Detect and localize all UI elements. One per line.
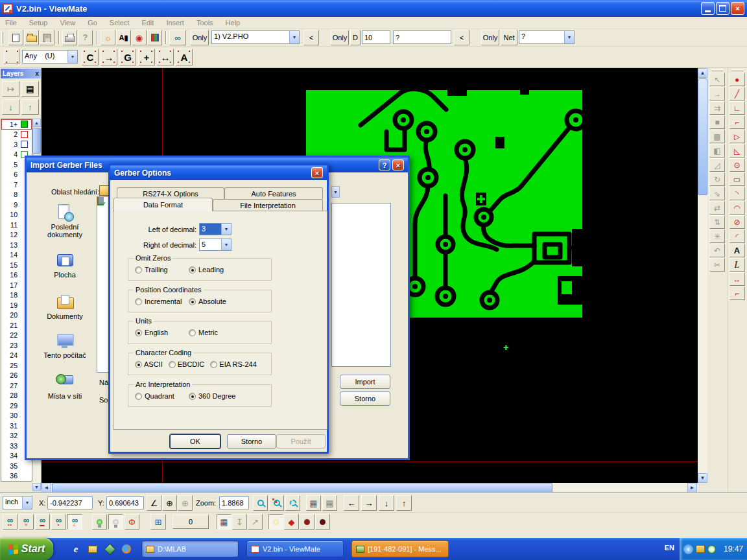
move-layer-up-button[interactable]: ↑ [21, 99, 39, 115]
layer-row[interactable]: 3 [1, 139, 32, 150]
move-item-tool-button[interactable]: → [709, 87, 725, 100]
bracket-tool-button[interactable]: ⌐ [729, 115, 745, 129]
pad-tool-button[interactable]: ● [729, 73, 745, 86]
net-combo-dropdown-icon[interactable] [564, 31, 574, 43]
draw-mode-filled-button[interactable]: ◆ [284, 514, 299, 530]
text-tool-button[interactable]: A [729, 244, 745, 257]
pan-right-button[interactable]: → [361, 495, 377, 511]
radio-absolute[interactable] [189, 298, 196, 305]
view-pads-button[interactable]: ∞▬ [35, 514, 50, 530]
ok-button[interactable]: OK [170, 434, 220, 449]
dropdown-icon[interactable] [221, 239, 231, 250]
radio-english[interactable] [135, 329, 142, 336]
prev-dcode-button[interactable]: < [454, 30, 469, 45]
net-combo[interactable]: ? [519, 30, 575, 44]
restore-button[interactable] [716, 2, 729, 15]
draw-mode-outline-button[interactable] [268, 514, 283, 530]
tray-messenger-icon[interactable] [696, 545, 705, 553]
text-aperture-button[interactable]: A [176, 49, 193, 65]
only-dcode-button[interactable]: Only [331, 30, 349, 45]
place-documents[interactable]: Dokumenty [34, 294, 95, 320]
rectangle-tool-button[interactable]: ▭ [729, 172, 745, 186]
only-net-button[interactable]: Only [481, 30, 499, 45]
anchor-button[interactable]: ↧ [232, 514, 247, 530]
clock[interactable]: 19:47 [724, 544, 743, 554]
menu-item[interactable]: Help [226, 19, 241, 27]
x-coordinate-input[interactable] [47, 496, 93, 509]
shear-tool-button[interactable]: ◿ [709, 158, 725, 172]
gerber-dialog-titlebar[interactable]: Gerber Options × [110, 165, 327, 180]
dialog-help-button[interactable]: ? [379, 159, 390, 170]
layers-panel-titlebar[interactable]: Layers x [1, 69, 41, 78]
right-of-decimal-combo[interactable]: 5 [199, 239, 231, 251]
language-indicator[interactable]: EN [665, 544, 674, 552]
snap-move-button[interactable]: ↗ [248, 514, 263, 530]
relative-origin-button[interactable]: ⊕ [178, 495, 193, 511]
tab-data-format[interactable]: Data Format [113, 198, 213, 211]
context-help-button[interactable]: ? [78, 30, 93, 45]
start-button[interactable]: Start [0, 538, 53, 560]
close-button[interactable]: × [731, 2, 744, 15]
dcode-filter-input[interactable] [393, 30, 451, 44]
scroll-up-icon[interactable]: ▲ [698, 68, 707, 78]
menu-item[interactable]: Insert [166, 19, 184, 27]
horizontal-scrollbar-thumb[interactable] [52, 483, 552, 493]
gerber-aperture-button[interactable]: G [119, 49, 136, 65]
curve-tool-button[interactable]: ◠ [729, 201, 745, 215]
grid-settings-button[interactable]: ▦ [306, 495, 321, 511]
taskbar-task-message[interactable]: [191-482-091] - Mess... [351, 541, 449, 557]
place-my-computer[interactable]: Tento počítač [34, 332, 95, 359]
units-dropdown-icon[interactable] [22, 496, 32, 509]
view-points-button[interactable]: ∞• [51, 514, 66, 530]
dialog-close-button[interactable]: × [392, 159, 404, 170]
layer-row[interactable]: 1+ [1, 119, 32, 130]
cross-aperture-button[interactable]: + [138, 49, 155, 65]
triangle-tool-button[interactable]: ◺ [729, 144, 745, 158]
tile-windows-button[interactable]: ⊞ [150, 514, 166, 530]
view-angles-button[interactable]: ∞∠ [67, 514, 82, 530]
ellipse-tool-button[interactable]: ⊘ [729, 215, 745, 229]
scroll-down-icon[interactable]: ▼ [698, 473, 707, 483]
scroll-left-icon[interactable]: ◄ [42, 483, 51, 493]
scroll-down-icon[interactable]: ▼ [32, 483, 41, 491]
dimension-tool-button[interactable]: ↔ [729, 272, 745, 286]
dialog-close-button[interactable]: × [311, 167, 323, 178]
tray-icq-icon[interactable] [707, 545, 716, 554]
layer-color-swatch[interactable] [21, 131, 28, 138]
menu-item[interactable]: Edit [141, 19, 154, 27]
grid-toggle-button[interactable]: ▦ [322, 495, 337, 511]
measure-button[interactable]: ∞ [169, 30, 186, 45]
radio-eia-rs244[interactable] [210, 361, 217, 368]
left-of-decimal-combo[interactable]: 3 [199, 223, 231, 235]
radio-ebcdic[interactable] [169, 361, 176, 368]
vertical-scrollbar-thumb[interactable] [698, 78, 707, 195]
layer-combo-dropdown-icon[interactable] [289, 31, 299, 43]
save-file-button[interactable] [40, 30, 54, 45]
radio-trailing[interactable] [135, 266, 142, 274]
radio-metric[interactable] [189, 329, 196, 336]
place-recent-documents[interactable]: Poslední dokumenty [34, 204, 95, 239]
look-in-dropdown-icon[interactable]: ▼ [331, 186, 340, 198]
taskbar-task-dmlab[interactable]: D:\MLAB [141, 541, 239, 557]
replace-tool-button[interactable]: ⇄ [709, 201, 725, 215]
dcode-button[interactable]: ◉ [132, 30, 147, 45]
aperture-info-button[interactable]: A▮ [116, 30, 131, 45]
fill-rect-tool-button[interactable]: ■ [709, 115, 725, 129]
pan-up-button[interactable]: ↑ [396, 495, 412, 511]
highlight-off-button[interactable] [108, 514, 123, 530]
origin-button[interactable]: ⊕ [162, 495, 177, 511]
y-coordinate-input[interactable] [106, 496, 144, 509]
units-combo[interactable]: inch [3, 496, 32, 509]
menu-item[interactable]: Go [88, 19, 97, 27]
open-file-button[interactable] [24, 30, 39, 45]
draw-mode-dark-button[interactable] [300, 514, 314, 530]
quicklaunch-folder-icon[interactable] [87, 543, 99, 555]
tab-file-interpretation[interactable]: File Interpretation [213, 199, 323, 211]
pad-pair-aperture-button[interactable]: ↔ [157, 49, 174, 65]
hide-icons-chevron-icon[interactable]: ‹ [683, 544, 693, 554]
tab-auto-features[interactable]: Auto Features [224, 187, 323, 199]
chain-tool-button[interactable]: ▷ [729, 130, 745, 143]
pan-left-button[interactable]: ← [344, 495, 359, 511]
radio-incremental[interactable] [135, 298, 142, 305]
zoom-tool-button[interactable] [253, 495, 268, 511]
